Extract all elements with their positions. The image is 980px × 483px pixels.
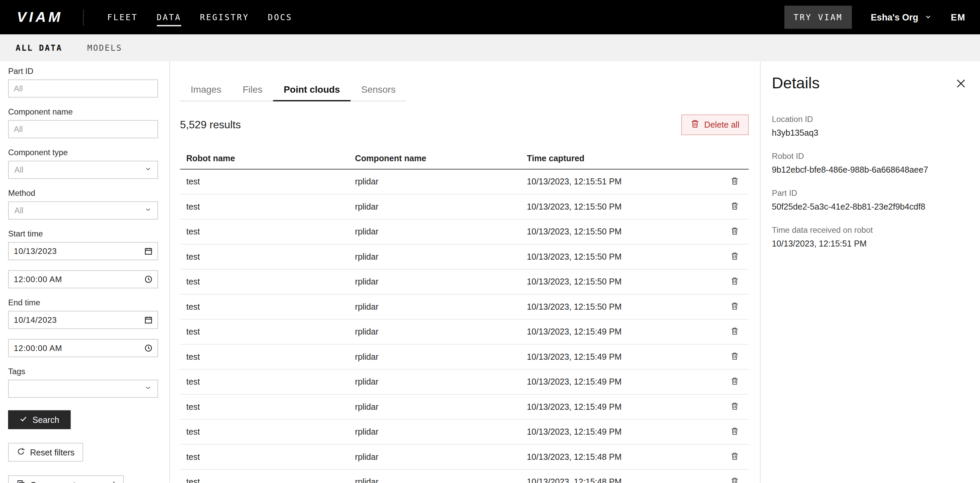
table-row[interactable]: test rplidar 10/13/2023, 12:15:50 PM bbox=[180, 294, 749, 319]
delete-row-button[interactable] bbox=[728, 175, 741, 188]
end-time-filter: End time bbox=[8, 298, 158, 357]
data-table: Robot name Component name Time captured … bbox=[180, 150, 749, 483]
cell-component-name: rplidar bbox=[349, 194, 520, 219]
delete-row-button[interactable] bbox=[728, 351, 741, 363]
search-button-label: Search bbox=[33, 415, 59, 424]
component-name-label: Component name bbox=[8, 107, 158, 116]
search-button[interactable]: Search bbox=[8, 410, 70, 429]
start-date-input[interactable] bbox=[8, 242, 158, 260]
delete-row-button[interactable] bbox=[728, 225, 741, 238]
delete-row-button[interactable] bbox=[728, 301, 741, 313]
check-icon bbox=[19, 415, 27, 425]
cell-component-name: rplidar bbox=[349, 470, 520, 483]
data-type-tabs: Images Files Point clouds Sensors bbox=[180, 78, 406, 102]
trash-icon bbox=[730, 227, 738, 237]
tab-files[interactable]: Files bbox=[232, 78, 273, 102]
delete-row-button[interactable] bbox=[728, 201, 741, 213]
column-time-captured: Time captured bbox=[520, 150, 720, 169]
table-row[interactable]: test rplidar 10/13/2023, 12:15:50 PM bbox=[180, 219, 749, 244]
delete-row-button[interactable] bbox=[728, 476, 741, 483]
table-row[interactable]: test rplidar 10/13/2023, 12:15:48 PM bbox=[180, 470, 749, 483]
details-title: Details bbox=[772, 74, 819, 92]
try-viam-button[interactable]: TRY VIAM bbox=[784, 6, 852, 29]
cell-component-name: rplidar bbox=[349, 394, 520, 419]
viam-logo[interactable]: VIAM bbox=[17, 9, 63, 26]
start-time-input[interactable] bbox=[8, 270, 158, 288]
tab-images[interactable]: Images bbox=[180, 78, 232, 102]
table-row[interactable]: test rplidar 10/13/2023, 12:15:48 PM bbox=[180, 445, 749, 469]
trash-icon bbox=[730, 352, 738, 362]
nav-item-fleet[interactable]: FLEET bbox=[107, 13, 138, 26]
details-field-value: 9b12ebcf-bfe8-486e-988b-6a668648aee7 bbox=[772, 165, 966, 175]
cell-robot-name: test bbox=[180, 419, 349, 445]
details-field-value: 50f25de2-5a3c-41e2-8b81-23e2f9b4cdf8 bbox=[772, 202, 966, 212]
details-field-value: h3yb135aq3 bbox=[772, 128, 966, 138]
close-icon[interactable] bbox=[953, 76, 966, 93]
trash-icon bbox=[730, 402, 738, 412]
column-component-name: Component name bbox=[349, 150, 520, 169]
chevron-down-icon bbox=[924, 12, 932, 22]
delete-row-button[interactable] bbox=[728, 451, 741, 463]
delete-row-button[interactable] bbox=[728, 376, 741, 388]
cell-component-name: rplidar bbox=[349, 419, 520, 445]
end-time-input[interactable] bbox=[8, 339, 158, 357]
cell-time-captured: 10/13/2023, 12:15:49 PM bbox=[520, 319, 720, 344]
tab-point-clouds[interactable]: Point clouds bbox=[273, 78, 351, 102]
tab-models[interactable]: MODELS bbox=[87, 43, 122, 53]
table-row[interactable]: test rplidar 10/13/2023, 12:15:49 PM bbox=[180, 370, 749, 394]
table-row[interactable]: test rplidar 10/13/2023, 12:15:49 PM bbox=[180, 344, 749, 369]
table-row[interactable]: test rplidar 10/13/2023, 12:15:49 PM bbox=[180, 419, 749, 445]
nav-item-registry[interactable]: REGISTRY bbox=[200, 13, 249, 26]
delete-all-label: Delete all bbox=[704, 120, 739, 130]
table-row[interactable]: test rplidar 10/13/2023, 12:15:50 PM bbox=[180, 194, 749, 219]
component-type-select[interactable]: All bbox=[8, 161, 158, 179]
copy-export-command-button[interactable]: Copy export command bbox=[8, 475, 124, 483]
delete-row-button[interactable] bbox=[728, 426, 741, 438]
part-id-input[interactable] bbox=[8, 80, 158, 98]
cell-time-captured: 10/13/2023, 12:15:50 PM bbox=[520, 244, 720, 269]
user-initials[interactable]: EM bbox=[951, 12, 966, 22]
delete-row-button[interactable] bbox=[728, 401, 741, 413]
sub-nav: ALL DATA MODELS bbox=[0, 34, 980, 61]
tab-all-data[interactable]: ALL DATA bbox=[16, 43, 62, 53]
delete-row-button[interactable] bbox=[728, 325, 741, 338]
trash-icon bbox=[730, 378, 738, 387]
part-id-label: Part ID bbox=[8, 66, 158, 76]
nav-item-docs[interactable]: DOCS bbox=[268, 13, 292, 26]
tab-sensors[interactable]: Sensors bbox=[350, 78, 406, 102]
component-type-value: All bbox=[14, 165, 24, 175]
delete-all-button[interactable]: Delete all bbox=[681, 115, 749, 135]
trash-icon bbox=[730, 327, 738, 337]
org-name: Esha's Org bbox=[871, 12, 919, 22]
table-row[interactable]: test rplidar 10/13/2023, 12:15:51 PM bbox=[180, 169, 749, 194]
cell-time-captured: 10/13/2023, 12:15:49 PM bbox=[520, 419, 720, 445]
delete-row-button[interactable] bbox=[728, 250, 741, 263]
details-field-time-received: Time data received on robot 10/13/2023, … bbox=[772, 225, 966, 248]
details-panel: Details Location ID h3yb135aq3 Robot ID … bbox=[760, 61, 980, 483]
nav-item-data[interactable]: DATA bbox=[157, 13, 181, 26]
cell-component-name: rplidar bbox=[349, 269, 520, 294]
tags-filter: Tags bbox=[8, 367, 158, 398]
details-field-robot-id: Robot ID 9b12ebcf-bfe8-486e-988b-6a66864… bbox=[772, 151, 966, 175]
main-content: Images Files Point clouds Sensors 5,529 … bbox=[170, 61, 760, 483]
tags-select[interactable] bbox=[8, 379, 158, 398]
table-row[interactable]: test rplidar 10/13/2023, 12:15:50 PM bbox=[180, 244, 749, 269]
component-name-input[interactable] bbox=[8, 120, 158, 139]
cell-robot-name: test bbox=[180, 344, 349, 369]
delete-row-button[interactable] bbox=[728, 276, 741, 288]
method-select[interactable]: All bbox=[8, 201, 158, 220]
table-row[interactable]: test rplidar 10/13/2023, 12:15:50 PM bbox=[180, 269, 749, 294]
table-row[interactable]: test rplidar 10/13/2023, 12:15:49 PM bbox=[180, 319, 749, 344]
end-date-input[interactable] bbox=[8, 311, 158, 329]
chevron-down-icon bbox=[144, 165, 152, 175]
details-field-part-id: Part ID 50f25de2-5a3c-41e2-8b81-23e2f9b4… bbox=[772, 188, 966, 212]
cell-component-name: rplidar bbox=[349, 169, 520, 194]
reset-filters-button[interactable]: Reset filters bbox=[8, 443, 83, 462]
cell-time-captured: 10/13/2023, 12:15:50 PM bbox=[520, 269, 720, 294]
org-menu[interactable]: Esha's Org bbox=[871, 12, 932, 22]
table-row[interactable]: test rplidar 10/13/2023, 12:15:49 PM bbox=[180, 394, 749, 419]
top-nav: VIAM FLEET DATA REGISTRY DOCS TRY VIAM E… bbox=[0, 0, 980, 34]
chevron-down-icon bbox=[144, 384, 152, 393]
primary-nav: FLEET DATA REGISTRY DOCS bbox=[107, 13, 292, 22]
trash-icon bbox=[730, 277, 738, 287]
